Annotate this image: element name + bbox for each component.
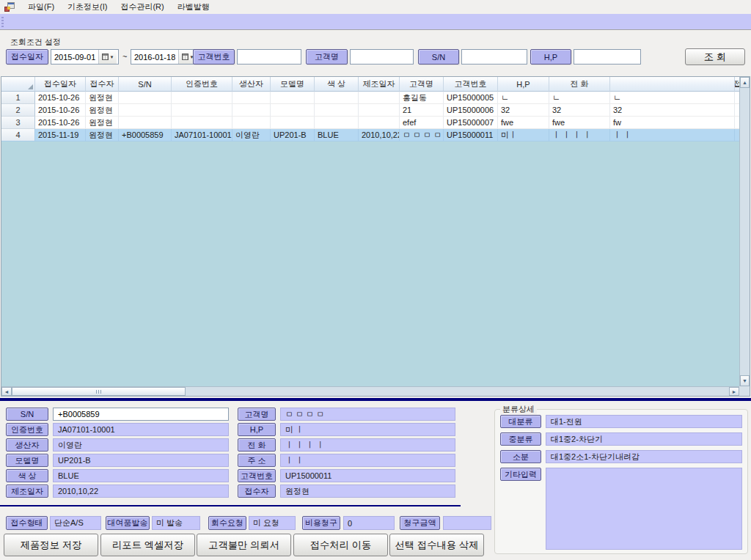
classification-row: 중분류대1중2-차단기 <box>500 432 742 446</box>
detail-left-label-button[interactable]: 색 상 <box>6 469 48 482</box>
charge-amount-value-field[interactable] <box>443 516 491 530</box>
reception-type-label-button[interactable]: 접수형태 <box>6 516 48 530</box>
reception-type-value-field[interactable]: 단순A/S <box>50 516 101 530</box>
receipt-date-label-button[interactable]: 접수일자 <box>6 49 48 65</box>
detail-left-value-field[interactable]: UP201-B <box>53 454 229 467</box>
classification-value-field[interactable]: 대1중2-차단기 <box>546 432 742 446</box>
date-from-input[interactable] <box>51 50 98 64</box>
detail-middle-label-button[interactable]: 주 소 <box>238 454 276 467</box>
detail-middle-label-button[interactable]: H,P <box>238 423 276 436</box>
detail-left-label-button[interactable]: 인증번호 <box>6 423 48 436</box>
cost-charge-label-button[interactable]: 비용청구 <box>302 516 340 530</box>
table-row[interactable]: 12015-10-26원정현홍길동UP15000005ㄴㄴㄴ <box>1 92 739 104</box>
table-row[interactable]: 42015-11-19원정현+B0005859JA07101-10001이영란U… <box>1 129 739 141</box>
move-reception-process-button[interactable]: 접수처리 이동 <box>293 534 388 556</box>
grid-column-header[interactable]: 모델명 <box>271 77 315 92</box>
scroll-right-icon[interactable]: ► <box>729 387 739 396</box>
grid-column-header[interactable] <box>610 77 735 92</box>
vertical-scrollbar[interactable]: ▲ ▼ <box>739 77 750 386</box>
extra-input-textarea[interactable] <box>546 468 742 550</box>
horizontal-scrollbar[interactable]: ◄ ► <box>1 386 739 396</box>
scroll-down-icon[interactable]: ▼ <box>740 375 750 386</box>
customer-no-input[interactable] <box>237 49 301 65</box>
save-product-info-button[interactable]: 제품정보 저장 <box>4 534 98 556</box>
menu-item-file[interactable]: 파일(F) <box>21 1 61 12</box>
grid-column-header[interactable]: 접수자 <box>86 77 119 92</box>
grid-cell <box>119 104 172 117</box>
detail-middle-value-field[interactable]: ㅣ ㅣ <box>280 454 455 467</box>
scrollbar-corner <box>739 386 750 396</box>
detail-left-value-field[interactable]: BLUE <box>53 469 229 482</box>
detail-middle-value-field[interactable]: ㅁ ㅁ ㅁ ㅁ <box>280 408 455 421</box>
detail-middle-label-button[interactable]: 고객명 <box>238 408 276 421</box>
detail-middle-row: H,P미 ㅣ <box>238 423 455 436</box>
detail-left-value-field[interactable]: 2010,10,22 <box>53 485 229 498</box>
grid-column-header[interactable]: 접수일자 <box>35 77 86 92</box>
report-excel-save-button[interactable]: 리포트 엑셀저장 <box>100 534 195 556</box>
grid-cell <box>271 92 315 104</box>
detail-middle-value-field[interactable]: ㅣ ㅣ ㅣ ㅣ <box>280 438 455 452</box>
rental-shipment-label-button[interactable]: 대여품발송 <box>106 516 150 530</box>
menu-item-base-info[interactable]: 기초정보(I) <box>61 1 114 12</box>
detail-left-value-input[interactable] <box>53 408 229 421</box>
detail-left-label-button[interactable]: 생산자 <box>6 438 48 452</box>
detail-middle-label-button[interactable]: 고객번호 <box>238 469 276 482</box>
grid-column-header[interactable]: 색 상 <box>315 77 359 92</box>
grid-cell: 32 <box>610 104 735 117</box>
scroll-left-icon[interactable]: ◄ <box>1 387 12 396</box>
detail-left-value-field[interactable]: JA07101-10001 <box>53 423 229 436</box>
menu-item-label-print[interactable]: 라벨발행 <box>171 1 216 12</box>
sn-label-button[interactable]: S/N <box>418 49 459 65</box>
classification-value-field[interactable]: 대1-전원 <box>546 415 742 428</box>
detail-left-label-button[interactable]: S/N <box>6 408 48 421</box>
grid-column-header[interactable]: 고객명 <box>400 77 444 92</box>
classification-label-button[interactable]: 대분류 <box>500 415 541 428</box>
grid-column-header[interactable]: 생산자 <box>232 77 271 92</box>
classification-label-button[interactable]: 중분류 <box>500 432 541 446</box>
date-to-input[interactable] <box>131 50 178 64</box>
scroll-up-icon[interactable]: ▲ <box>740 77 750 88</box>
sn-input[interactable] <box>461 49 527 65</box>
menu-item-reception-mgmt[interactable]: 접수관리(R) <box>114 1 170 12</box>
grid-column-header[interactable]: 제조일자 <box>359 77 400 92</box>
customer-complaint-form-button[interactable]: 고객불만 의뢰서 <box>197 534 291 556</box>
detail-middle-value-field[interactable]: 원정현 <box>280 485 455 498</box>
customer-name-label-button[interactable]: 고객명 <box>306 49 348 65</box>
grid-column-header[interactable]: S/N <box>119 77 172 92</box>
detail-middle-value-field[interactable]: 미 ㅣ <box>280 423 455 436</box>
rental-shipment-value-field[interactable]: 미 발송 <box>152 516 200 530</box>
cost-charge-value-field[interactable]: 0 <box>343 516 395 530</box>
detail-left-label-button[interactable]: 모델명 <box>6 454 48 467</box>
grid-column-header[interactable]: 전 화 <box>549 77 610 92</box>
customer-name-input[interactable] <box>350 49 414 65</box>
horizontal-scroll-thumb[interactable] <box>12 387 186 396</box>
search-button[interactable]: 조 회 <box>685 48 745 65</box>
detail-left-value-field[interactable]: 이영란 <box>53 438 229 452</box>
customer-no-label-button[interactable]: 고객번호 <box>193 49 235 65</box>
detail-middle-value-field[interactable]: UP15000011 <box>280 469 455 482</box>
detail-left-label-button[interactable]: 제조일자 <box>6 485 48 498</box>
detail-middle-label-button[interactable]: 접수자 <box>238 485 276 498</box>
grid-column-header[interactable]: 인증번호 <box>172 77 232 92</box>
detail-middle-label-button[interactable]: 전 화 <box>238 438 276 452</box>
grid-column-header[interactable]: H,P <box>498 77 549 92</box>
hp-label-button[interactable]: H,P <box>530 49 571 65</box>
table-row[interactable]: 22015-10-26원정현21UP15000006323232 <box>1 104 739 117</box>
calendar-dropdown-button[interactable]: ▼ <box>98 50 117 64</box>
extra-input-label-button[interactable]: 기타입력 <box>500 468 541 481</box>
charge-amount-label-button[interactable]: 청구금액 <box>400 516 440 530</box>
date-to-picker[interactable]: ▼ <box>131 49 199 65</box>
hp-input[interactable] <box>574 49 641 65</box>
classification-label-button[interactable]: 소분 <box>500 450 541 463</box>
grid-column-header[interactable]: 고객번호 <box>444 77 498 92</box>
table-row[interactable]: 32015-10-26원정현efefUP15000007fwefwefw <box>1 117 739 129</box>
date-from-picker[interactable]: ▼ <box>51 49 119 65</box>
detail-left-input[interactable] <box>54 408 228 420</box>
detail-middle-row: 전 화ㅣ ㅣ ㅣ ㅣ <box>238 438 455 452</box>
row-number: 2 <box>1 104 35 117</box>
classification-value-field[interactable]: 대1중2소1-차단기내려감 <box>546 450 742 463</box>
grid-cell <box>271 104 315 117</box>
recall-request-value-field[interactable]: 미 요청 <box>249 516 296 530</box>
recall-request-label-button[interactable]: 회수요청 <box>208 516 246 530</box>
delete-selected-reception-button[interactable]: 선택 접수내용 삭제 <box>389 534 484 556</box>
